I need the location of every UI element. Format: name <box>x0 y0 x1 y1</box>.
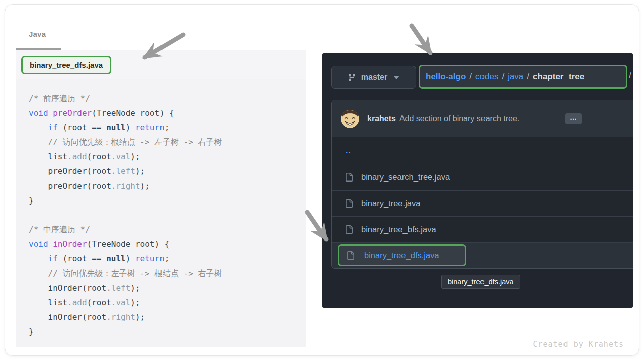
latest-commit-row: krahets Add section of binary search tre… <box>332 100 633 137</box>
file-link[interactable]: binary_tree_bfs.java <box>361 225 436 234</box>
file-icon <box>345 199 353 208</box>
tooltip: binary_tree_dfs.java <box>441 275 520 289</box>
file-link-hovered[interactable]: binary_tree_dfs.java <box>364 251 439 260</box>
file-link[interactable]: binary_search_tree.java <box>361 172 450 182</box>
annotation-box-file-title: binary_tree_dfs.java <box>21 56 111 74</box>
github-panel: master hello-algo / codes / java / chapt… <box>322 53 633 308</box>
avatar[interactable] <box>341 110 359 128</box>
tooltip-text: binary_tree_dfs.java <box>448 278 514 286</box>
chevron-down-icon <box>393 76 399 79</box>
file-icon <box>346 251 355 260</box>
annotation-box-breadcrumb: hello-algo / codes / java / chapter_tree <box>419 65 627 89</box>
breadcrumb-separator: / <box>502 72 504 82</box>
file-row[interactable]: binary_search_tree.java <box>332 164 633 190</box>
breadcrumb-separator: / <box>527 72 529 82</box>
file-icon <box>345 225 353 234</box>
file-table: krahets Add section of binary search tre… <box>331 100 633 269</box>
code-file-title: binary_tree_dfs.java <box>30 61 103 69</box>
file-icon <box>345 173 353 182</box>
parent-directory-row[interactable]: .. <box>332 137 633 164</box>
parent-directory-link[interactable]: .. <box>346 146 351 155</box>
annotation-box-file-link: binary_tree_dfs.java <box>338 244 466 266</box>
branch-selector-button[interactable]: master <box>331 66 416 89</box>
tab-java[interactable]: Java <box>29 30 46 38</box>
breadcrumb-separator: / <box>469 72 472 82</box>
figure-canvas: Java binary_tree_dfs.java /* 前序遍历 */void… <box>0 0 644 362</box>
code-title-bar: binary_tree_dfs.java <box>16 50 306 79</box>
file-row[interactable]: binary_tree.java <box>332 190 633 216</box>
breadcrumb-dir-java[interactable]: java <box>508 72 523 82</box>
commit-author-link[interactable]: krahets <box>367 114 396 123</box>
file-row[interactable]: binary_tree_bfs.java <box>332 216 633 242</box>
file-link[interactable]: binary_tree.java <box>361 199 420 208</box>
file-row-highlighted[interactable]: binary_tree_dfs.java <box>332 242 633 268</box>
credit-text: Created by Krahets <box>533 340 624 349</box>
breadcrumb-trailing-slash: / <box>629 71 631 81</box>
breadcrumb-dir-codes[interactable]: codes <box>475 72 498 82</box>
git-branch-icon <box>348 73 356 82</box>
commit-message: Add section of binary search tree. <box>399 114 519 123</box>
commit-message-line: krahets Add section of binary search tre… <box>367 100 519 137</box>
branch-name: master <box>361 73 387 82</box>
breadcrumb-current-dir: chapter_tree <box>533 72 584 82</box>
breadcrumb-repo-link[interactable]: hello-algo <box>426 72 466 82</box>
commit-more-button[interactable]: … <box>565 113 582 124</box>
code-block: /* 前序遍历 */void preOrder(TreeNode root) {… <box>16 79 306 347</box>
